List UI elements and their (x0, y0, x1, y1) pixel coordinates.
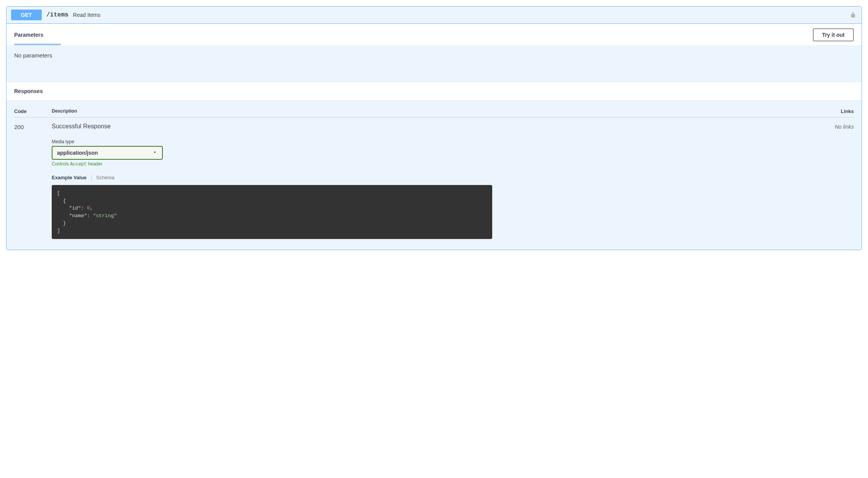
parameters-underline (14, 44, 61, 45)
column-header-code: Code (14, 108, 52, 114)
tab-example-value[interactable]: Example Value (52, 175, 87, 180)
responses-body: Code Description Links 200 Successful Re… (7, 100, 861, 250)
endpoint-summary: Read Items (73, 12, 101, 18)
accept-note-suffix: header. (87, 161, 103, 167)
endpoint-path: /items (46, 11, 69, 18)
response-row: 200 Successful Response Media type appli… (14, 123, 854, 239)
response-description-cell: Successful Response Media type applicati… (52, 123, 819, 239)
http-method-badge: GET (11, 10, 42, 20)
media-type-label: Media type (52, 139, 819, 144)
example-value-code: [ { "id": 0, "name": "string" } ] (52, 185, 492, 239)
responses-title: Responses (7, 82, 861, 100)
accept-header-note: Controls Accept header. (52, 161, 819, 167)
try-it-out-button[interactable]: Try it out (813, 28, 854, 41)
media-type-select[interactable]: application/json (52, 146, 163, 160)
accept-note-prefix: Controls (52, 161, 70, 167)
operation-header[interactable]: GET /items Read Items (7, 7, 861, 24)
parameters-title: Parameters (14, 32, 43, 38)
accept-note-code: Accept (70, 162, 87, 167)
responses-table-header: Code Description Links (14, 108, 854, 118)
media-type-select-wrap: application/json (52, 146, 163, 160)
no-parameters-text: No parameters (7, 45, 861, 82)
lock-open-icon[interactable] (849, 11, 857, 19)
column-header-links: Links (819, 108, 854, 114)
response-code: 200 (14, 123, 52, 130)
tab-separator (91, 175, 92, 180)
response-links: No links (819, 123, 854, 130)
response-description-text: Successful Response (52, 123, 819, 130)
parameters-section-bar: Parameters Try it out (7, 24, 861, 45)
tab-schema[interactable]: Schema (96, 175, 115, 180)
example-schema-tabs: Example Value Schema (52, 175, 819, 180)
column-header-description: Description (52, 108, 819, 114)
operation-block: GET /items Read Items Parameters Try it … (6, 6, 862, 250)
